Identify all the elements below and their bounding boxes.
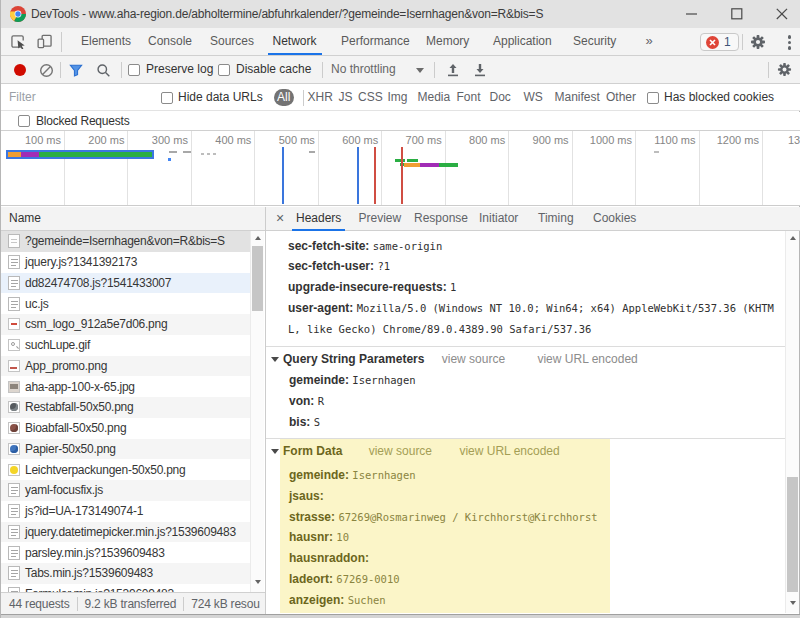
grid-line	[762, 131, 763, 205]
disclosure-triangle-icon[interactable]	[271, 357, 279, 362]
tab-sources[interactable]: Sources	[210, 28, 254, 55]
disable-cache-checkbox[interactable]	[218, 64, 230, 76]
import-har-icon[interactable]	[445, 62, 461, 78]
tab-memory[interactable]: Memory	[426, 28, 469, 55]
type-filter-css[interactable]: CSS	[358, 84, 383, 111]
time-axis-label: 1000 ms	[590, 134, 635, 146]
request-row[interactable]: js?id=UA-173149074-1	[1, 501, 250, 522]
request-row[interactable]: aha-app-100-x-65.jpg	[1, 376, 250, 397]
request-row[interactable]: jquery.datetimepicker.min.js?1539609483	[1, 522, 250, 543]
request-row[interactable]: Papier-50x50.png	[1, 439, 250, 460]
settings-gear-icon[interactable]	[750, 34, 766, 50]
tab-elements[interactable]: Elements	[81, 28, 131, 55]
type-filter-ws[interactable]: WS	[524, 84, 543, 111]
device-toolbar-icon[interactable]	[37, 34, 52, 49]
clear-requests-icon[interactable]	[39, 63, 54, 78]
request-list-scrollbar[interactable]	[250, 231, 264, 592]
param-row: jsaus:	[266, 486, 785, 507]
record-button[interactable]	[14, 64, 26, 76]
filter-funnel-icon[interactable]	[69, 63, 83, 77]
disclosure-triangle-icon[interactable]	[271, 449, 279, 454]
request-row[interactable]: Bioabfall-50x50.png	[1, 418, 250, 439]
details-tab-headers[interactable]: Headers	[296, 207, 341, 231]
type-filter-font[interactable]: Font	[457, 84, 481, 111]
search-icon[interactable]	[96, 63, 111, 78]
inspect-element-icon[interactable]	[11, 34, 26, 49]
request-row[interactable]: uc.js	[1, 293, 250, 314]
request-row[interactable]: App_promo.png	[1, 356, 250, 377]
time-axis-label: 100 ms	[25, 134, 64, 146]
type-filter-all[interactable]: All	[274, 89, 294, 106]
request-row[interactable]: csm_logo_912a5e7d06.png	[1, 314, 250, 335]
type-filter-js[interactable]: JS	[339, 84, 353, 111]
scroll-up-icon[interactable]	[255, 236, 261, 240]
tab-security[interactable]: Security	[573, 28, 616, 55]
chevron-down-icon	[416, 68, 424, 73]
request-row[interactable]: jquery.js?1341392173	[1, 252, 250, 273]
kebab-menu-icon[interactable]	[781, 34, 797, 50]
overview-request-bar	[407, 159, 418, 162]
tab-console[interactable]: Console	[148, 28, 192, 55]
close-button[interactable]	[763, 0, 800, 28]
details-tab-timing[interactable]: Timing	[538, 207, 574, 231]
more-tabs-button[interactable]: »	[637, 28, 661, 55]
throttling-dropdown[interactable]: No throttling	[331, 56, 396, 83]
preserve-log-checkbox[interactable]	[128, 64, 140, 76]
request-row[interactable]: Leichtverpackungen-50x50.png	[1, 459, 250, 480]
scroll-down-icon[interactable]	[255, 580, 261, 584]
view-source-link[interactable]: view source	[442, 352, 505, 366]
tab-application[interactable]: Application	[493, 28, 552, 55]
view-url-encoded-link[interactable]: view URL encoded	[537, 352, 637, 366]
request-row[interactable]: ?gemeinde=Isernhagen&von=R&bis=S	[1, 231, 250, 252]
type-filter-other[interactable]: Other	[606, 84, 636, 111]
network-settings-gear-icon[interactable]	[777, 62, 792, 77]
details-scrollbar[interactable]	[785, 231, 799, 613]
param-name: von:	[289, 394, 314, 408]
export-har-icon[interactable]	[472, 62, 488, 78]
view-url-encoded-link[interactable]: view URL encoded	[459, 444, 559, 458]
request-row[interactable]: Tabs.min.js?1539609483	[1, 563, 250, 584]
minimize-button[interactable]	[673, 0, 713, 28]
blocked-requests-checkbox[interactable]	[18, 115, 30, 127]
has-blocked-cookies-checkbox[interactable]	[647, 92, 659, 104]
form-data-title: Form Data	[283, 444, 342, 458]
type-filter-img[interactable]: Img	[388, 84, 408, 111]
scroll-down-icon[interactable]	[790, 601, 796, 605]
hide-data-urls-checkbox[interactable]	[161, 92, 173, 104]
details-tab-response[interactable]: Response	[414, 207, 468, 231]
filter-input[interactable]: Filter	[9, 84, 36, 111]
request-name: csm_logo_912a5e7d06.png	[25, 317, 167, 331]
type-filter-media[interactable]: Media	[418, 84, 451, 111]
request-row[interactable]: parsley.min.js?1539609483	[1, 542, 250, 563]
param-name: bis:	[289, 415, 310, 429]
tab-performance[interactable]: Performance	[341, 28, 410, 55]
request-row[interactable]: dd82474708.js?1541433007	[1, 273, 250, 294]
grid-line	[445, 131, 446, 205]
error-count-badge[interactable]: 1	[700, 33, 739, 51]
name-column-header[interactable]: Name	[1, 207, 265, 231]
script-icon	[8, 297, 20, 311]
network-overview-timeline[interactable]: 100 ms200 ms300 ms400 ms500 ms600 ms700 …	[1, 131, 800, 206]
request-row[interactable]: suchLupe.gif	[1, 335, 250, 356]
details-tab-initiator[interactable]: Initiator	[479, 207, 518, 231]
scroll-up-icon[interactable]	[790, 236, 796, 240]
type-filter-xhr[interactable]: XHR	[308, 84, 333, 111]
type-filter-manifest[interactable]: Manifest	[555, 84, 600, 111]
tab-network[interactable]: Network	[273, 28, 317, 55]
scrollbar-thumb[interactable]	[252, 246, 263, 311]
maximize-button[interactable]	[718, 0, 758, 28]
request-row[interactable]: Formular.min.js?1539609483	[1, 584, 250, 592]
resources-size: 724 kB resou	[191, 597, 259, 611]
header-value: L, like Gecko) Chrome/89.0.4389.90 Safar…	[288, 323, 591, 335]
request-name: aha-app-100-x-65.jpg	[25, 380, 135, 394]
request-row[interactable]: Restabfall-50x50.png	[1, 397, 250, 418]
scrollbar-thumb[interactable]	[787, 477, 798, 592]
request-row[interactable]: yaml-focusfix.js	[1, 480, 250, 501]
close-details-icon[interactable]: ×	[271, 207, 289, 230]
details-tab-cookies[interactable]: Cookies	[593, 207, 636, 231]
time-axis-label: 900 ms	[533, 134, 572, 146]
details-tab-preview[interactable]: Preview	[359, 207, 402, 231]
type-filter-doc[interactable]: Doc	[490, 84, 511, 111]
overview-request-bar	[395, 159, 405, 162]
view-source-link[interactable]: view source	[369, 444, 432, 458]
